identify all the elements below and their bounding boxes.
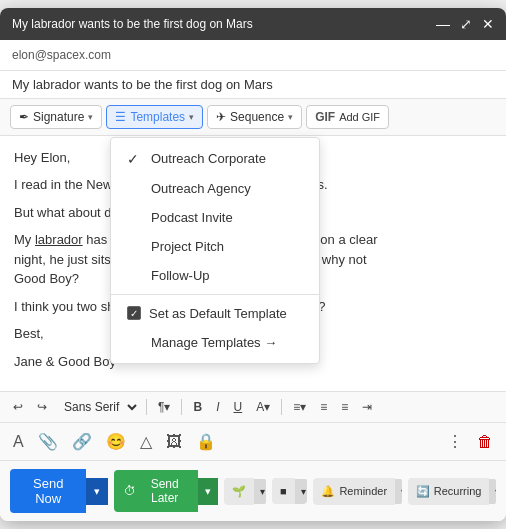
italic-button[interactable]: I: [211, 397, 224, 417]
manage-templates-label: Manage Templates →: [151, 335, 277, 350]
reminder-button[interactable]: 🔔 Reminder: [313, 478, 395, 505]
maximize-button[interactable]: ⤢: [460, 16, 472, 32]
add-gif-button[interactable]: GIF Add GIF: [306, 105, 389, 129]
small-btn-2-icon: ■: [280, 485, 287, 497]
more-options-button[interactable]: ⋮: [444, 429, 466, 454]
signature-label: Signature: [33, 110, 84, 124]
small-btn-group-1: 🌱 ▾: [224, 478, 266, 505]
small-btn-2-main[interactable]: ■: [272, 478, 295, 504]
template-label: Outreach Agency: [151, 181, 251, 196]
template-item-project-pitch[interactable]: Project Pitch: [111, 232, 319, 261]
checkbox-checked-icon: [127, 306, 141, 320]
separator: [281, 399, 282, 415]
attach-file-button[interactable]: 📎: [35, 429, 61, 454]
close-button[interactable]: ✕: [482, 16, 494, 32]
email-subject[interactable]: My labrador wants to be the first dog on…: [0, 71, 506, 99]
redo-button[interactable]: ↪: [32, 397, 52, 417]
format-paragraph-button[interactable]: ¶▾: [153, 397, 175, 417]
template-label: Podcast Invite: [151, 210, 233, 225]
email-window: My labrador wants to be the first dog on…: [0, 8, 506, 522]
signature-icon: ✒: [19, 110, 29, 124]
templates-label: Templates: [130, 110, 185, 124]
templates-button[interactable]: ☰ Templates ▾: [106, 105, 203, 129]
font-select[interactable]: Sans Serif: [56, 397, 140, 417]
underline-button[interactable]: U: [228, 397, 247, 417]
bold-button[interactable]: B: [188, 397, 207, 417]
sequence-icon: ✈: [216, 110, 226, 124]
text-color-action-button[interactable]: A: [10, 430, 27, 454]
undo-button[interactable]: ↩: [8, 397, 28, 417]
compose-toolbar: ✒ Signature ▾ ☰ Templates ▾ ✈ Sequence ▾…: [0, 99, 506, 136]
template-item-podcast-invite[interactable]: Podcast Invite: [111, 203, 319, 232]
insert-link-button[interactable]: 🔗: [69, 429, 95, 454]
gif-label: Add GIF: [339, 111, 380, 123]
to-address: elon@spacex.com: [12, 48, 111, 62]
small-btn-1-main[interactable]: 🌱: [224, 478, 254, 505]
template-item-outreach-agency[interactable]: Outreach Agency: [111, 174, 319, 203]
format-toolbar: ↩ ↪ Sans Serif ¶▾ B I U A▾ ≡▾ ≡ ≡ ⇥: [0, 391, 506, 422]
send-now-group: Send Now ▾: [10, 469, 108, 513]
set-default-template-item[interactable]: Set as Default Template: [111, 299, 319, 328]
align-button[interactable]: ≡▾: [288, 397, 311, 417]
title-bar: My labrador wants to be the first dog on…: [0, 8, 506, 40]
small-btn-2-arrow[interactable]: ▾: [295, 479, 308, 504]
template-item-outreach-corporate[interactable]: ✓ Outreach Corporate: [111, 144, 319, 174]
text-color-button[interactable]: A▾: [251, 397, 275, 417]
minimize-button[interactable]: —: [436, 16, 450, 32]
window-controls: — ⤢ ✕: [436, 16, 494, 32]
bottom-bar: Send Now ▾ ⏱ Send Later ▾ 🌱 ▾ ■ ▾: [0, 460, 506, 521]
recurring-icon: 🔄: [416, 485, 430, 498]
template-label: Outreach Corporate: [151, 151, 266, 166]
unordered-list-button[interactable]: ≡: [336, 397, 353, 417]
small-btn-group-2: ■ ▾: [272, 478, 307, 504]
email-to[interactable]: elon@spacex.com: [0, 40, 506, 71]
templates-chevron: ▾: [189, 112, 194, 122]
dropdown-divider: [111, 294, 319, 295]
subject-text: My labrador wants to be the first dog on…: [12, 77, 273, 92]
sequence-label: Sequence: [230, 110, 284, 124]
small-btn-1-arrow[interactable]: ▾: [254, 479, 266, 504]
reminder-group: 🔔 Reminder ▾: [313, 478, 401, 505]
check-icon: ✓: [127, 151, 143, 167]
signature-chevron: ▾: [88, 112, 93, 122]
sequence-chevron: ▾: [288, 112, 293, 122]
templates-icon: ☰: [115, 110, 126, 124]
template-item-follow-up[interactable]: Follow-Up: [111, 261, 319, 290]
templates-dropdown: ✓ Outreach Corporate Outreach Agency Pod…: [110, 137, 320, 364]
recurring-button[interactable]: 🔄 Recurring: [408, 478, 490, 505]
template-label: Project Pitch: [151, 239, 224, 254]
template-label: Follow-Up: [151, 268, 210, 283]
ordered-list-button[interactable]: ≡: [315, 397, 332, 417]
recurring-label: Recurring: [434, 485, 482, 497]
manage-templates-item[interactable]: Manage Templates →: [111, 328, 319, 357]
send-later-label: Send Later: [141, 477, 188, 505]
insert-photo-button[interactable]: 🖼: [163, 430, 185, 454]
separator: [181, 399, 182, 415]
sequence-button[interactable]: ✈ Sequence ▾: [207, 105, 302, 129]
recurring-dropdown-button[interactable]: ▾: [489, 479, 496, 504]
emoji-button[interactable]: 😊: [103, 429, 129, 454]
gif-icon: GIF: [315, 110, 335, 124]
small-btn-1-icon: 🌱: [232, 485, 246, 498]
send-later-button[interactable]: ⏱ Send Later: [114, 470, 198, 512]
indent-button[interactable]: ⇥: [357, 397, 377, 417]
reminder-label: Reminder: [339, 485, 387, 497]
send-later-group: ⏱ Send Later ▾: [114, 470, 218, 512]
reminder-dropdown-button[interactable]: ▾: [395, 479, 402, 504]
set-default-label: Set as Default Template: [149, 306, 287, 321]
drive-button[interactable]: △: [137, 429, 155, 454]
window-title: My labrador wants to be the first dog on…: [12, 17, 253, 31]
send-later-dropdown-button[interactable]: ▾: [198, 478, 218, 505]
recurring-group: 🔄 Recurring ▾: [408, 478, 496, 505]
signature-button[interactable]: ✒ Signature ▾: [10, 105, 102, 129]
separator: [146, 399, 147, 415]
reminder-icon: 🔔: [321, 485, 335, 498]
send-later-icon: ⏱: [124, 484, 136, 498]
send-now-dropdown-button[interactable]: ▾: [86, 478, 108, 505]
confidential-button[interactable]: 🔒: [193, 429, 219, 454]
delete-button[interactable]: 🗑: [474, 430, 496, 454]
send-now-button[interactable]: Send Now: [10, 469, 86, 513]
action-toolbar: A 📎 🔗 😊 △ 🖼 🔒 ⋮ 🗑: [0, 422, 506, 460]
